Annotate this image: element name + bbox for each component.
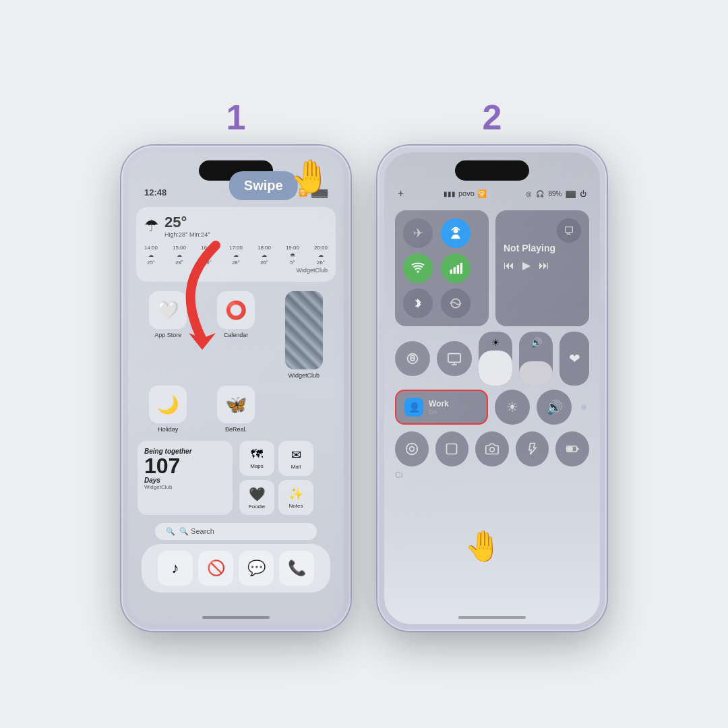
bluetooth-btn[interactable] xyxy=(403,289,433,318)
work-focus-icon: 👤 xyxy=(404,398,423,417)
dock: ♪ 🚫 💬 📞 xyxy=(142,544,330,593)
svg-rect-5 xyxy=(457,265,459,274)
sound-btn[interactable]: 🔊 xyxy=(537,390,572,425)
weather-hours: 14:00☁25° 15:00☁28° 16:00☁28° 17:00☁28° … xyxy=(144,242,328,266)
count-widget[interactable]: Being together 107 Days WidgetClub xyxy=(138,441,233,515)
widgetclub-large-img xyxy=(285,291,323,369)
weather-widget[interactable]: ☂ 25° High:28° Min:24° 14:00☁25° 15:00☁2… xyxy=(136,207,336,282)
step-1-number: 1 xyxy=(226,97,246,138)
app-icon-calendar[interactable]: ⭕ Calendar xyxy=(206,291,267,379)
temperature: 25° xyxy=(164,214,210,231)
screen-mirror-btn[interactable] xyxy=(437,341,472,376)
appstore-icon-img: 🤍 xyxy=(149,291,187,329)
app-icon-mail[interactable]: ✉ Mail xyxy=(278,441,313,476)
focus-text: Work On xyxy=(429,399,449,415)
cc-controls-row: ☀ 🔊 ❤ xyxy=(384,332,600,386)
placeholder-btn[interactable] xyxy=(435,431,469,466)
power-icon: ⏻ xyxy=(580,190,586,198)
app-icon-maps[interactable]: 🗺 Maps xyxy=(239,441,274,476)
svg-rect-10 xyxy=(448,354,460,363)
widget-area: Being together 107 Days WidgetClub 🗺 Map… xyxy=(128,438,344,520)
dock-phone[interactable]: 📞 xyxy=(279,551,314,586)
count-number: 107 xyxy=(144,455,226,477)
foodie-label: Foodie xyxy=(249,504,265,510)
connectivity-row3 xyxy=(403,289,481,318)
svg-point-18 xyxy=(490,448,495,452)
app-icon-notes[interactable]: ✨ Notes xyxy=(278,480,313,515)
dock-messages[interactable]: 💬 xyxy=(239,551,274,586)
svg-rect-17 xyxy=(447,444,457,454)
volume-icon: 🔊 xyxy=(530,337,542,348)
battery-status-btn[interactable] xyxy=(555,431,589,466)
home-indicator-2 xyxy=(458,616,526,619)
wifi-btn[interactable] xyxy=(403,253,433,283)
cellular-btn[interactable] xyxy=(441,253,471,283)
prev-btn[interactable]: ⏮ xyxy=(504,260,514,272)
not-playing-label: Not Playing xyxy=(504,243,581,253)
vpn-btn[interactable] xyxy=(441,289,471,318)
play-btn[interactable]: ▶ xyxy=(522,259,530,272)
airplane-mode-btn[interactable]: ✈ xyxy=(403,218,433,248)
favorites-btn[interactable]: ❤ xyxy=(559,332,589,386)
brightness-icon: ☀ xyxy=(491,337,500,348)
focus-dot-btn[interactable] xyxy=(395,431,429,466)
focus-btn[interactable]: 👤 Work On xyxy=(395,390,488,425)
cc-plus-icon[interactable]: + xyxy=(398,187,404,200)
signal-bars-icon: ▮▮▮ xyxy=(444,190,456,198)
dock-safari[interactable]: 🚫 xyxy=(198,551,233,586)
now-playing-tile: Not Playing ⏮ ▶ ⏭ xyxy=(495,210,589,326)
battery-percent: 89% xyxy=(548,190,562,198)
connectivity-row1: ✈ xyxy=(403,218,481,248)
playback-controls: ⏮ ▶ ⏭ xyxy=(504,259,581,272)
high-low: High:28° Min:24° xyxy=(164,231,210,238)
ci-label: Ci xyxy=(384,469,600,481)
volume-slider[interactable]: 🔊 xyxy=(519,332,553,386)
swipe-button[interactable]: Swipe xyxy=(229,171,298,200)
sun-btn[interactable]: ☀ xyxy=(495,390,530,425)
bereal-icon-img: 🦋 xyxy=(217,386,255,423)
hour-1500: 15:00☁28° xyxy=(173,245,186,266)
volume-fill xyxy=(519,361,553,386)
calendar-label: Calendar xyxy=(224,332,249,338)
app-icon-holiday[interactable]: 🌙 Holiday xyxy=(138,386,199,433)
holiday-label: Holiday xyxy=(158,426,178,433)
widget-label: WidgetClub xyxy=(144,266,328,275)
app-grid-row1: 🤍 App Store ⭕ Calendar xyxy=(128,286,344,438)
appstore-label: App Store xyxy=(154,332,181,338)
headphone-icon: 🎧 xyxy=(536,190,544,198)
lock-rotation-btn[interactable] xyxy=(395,341,430,376)
sub-app-row-2: 🖤 Foodie ✨ Notes xyxy=(239,480,334,515)
svg-rect-20 xyxy=(568,448,573,451)
app-icon-foodie[interactable]: 🖤 Foodie xyxy=(239,480,274,515)
brightness-slider[interactable]: ☀ xyxy=(479,332,512,386)
hour-1900: 19:00🌧5° xyxy=(286,245,299,266)
step-1: 1 Swipe 🤚 12:48 xyxy=(121,97,351,631)
camera-btn[interactable] xyxy=(475,431,509,466)
app-icon-appstore[interactable]: 🤍 App Store xyxy=(138,291,199,379)
svg-rect-4 xyxy=(454,267,456,274)
hour-1600: 16:00☁28° xyxy=(201,245,214,266)
next-btn[interactable]: ⏭ xyxy=(539,260,549,272)
connectivity-row2 xyxy=(403,253,481,283)
svg-point-1 xyxy=(454,229,458,233)
app-icon-bereal[interactable]: 🦋 BeReal. xyxy=(206,386,267,433)
svg-rect-3 xyxy=(450,270,452,274)
focus-name: Work xyxy=(429,399,449,408)
home-indicator-1 xyxy=(202,616,270,619)
brightness-fill xyxy=(479,351,512,386)
focus-status: On xyxy=(429,408,449,415)
airdrop-btn[interactable] xyxy=(441,218,471,248)
search-bar[interactable]: 🔍 🔍 Search xyxy=(155,523,317,540)
search-label: 🔍 Search xyxy=(179,527,214,536)
app-icon-widgetclub-large[interactable]: WidgetClub xyxy=(273,291,334,379)
flashlight-btn[interactable] xyxy=(516,431,549,466)
umbrella-icon: ☂ xyxy=(144,216,159,235)
airplay-btn[interactable] xyxy=(557,218,581,243)
cc-signal-area: ▮▮▮ povo 🛜 xyxy=(444,189,487,198)
maps-label: Maps xyxy=(250,463,264,469)
wifi-status-icon: 🛜 xyxy=(477,189,487,198)
battery-icon: ▓▓ xyxy=(566,190,576,198)
dock-music[interactable]: ♪ xyxy=(158,551,193,586)
hour-1800: 18:00☁26° xyxy=(257,245,271,266)
main-container: 1 Swipe 🤚 12:48 xyxy=(0,0,728,728)
